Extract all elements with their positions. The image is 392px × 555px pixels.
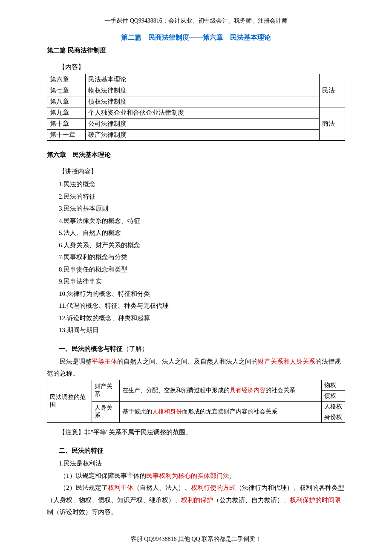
type-cell: 人格权 [322,401,345,412]
chapter6-heading: 第六章 民法基本理论 [47,151,345,159]
text: （1）以规定和保障民事主体的 [60,472,146,479]
body-section-2: 1.民法是权利法 （1）以规定和保障民事主体的民事权利为核心的实体部门法。 （2… [47,457,345,518]
lecture-label: 【讲授内容】 [47,168,345,176]
chapter-cell: 第七章 [47,85,86,96]
relation-cell: 人身关系 [92,401,120,422]
paragraph-1: 民法是调整平等主体的自然人之间、法人之间、及自然人和法人之间的财产关系和人身关系… [47,356,345,380]
table-row: 第六章 民法基本理论 民法 [47,74,345,85]
text: （公力救济、自力救济）、 [213,497,290,503]
red-text: 财产关系和人身关系 [258,358,315,365]
paragraph-3: （2）民法规定了权利主体（自然人、法人）、权利行使的方式（法律行为和代理）、权利… [47,482,345,518]
text: 的自然人之间、法人之间、及自然人和法人之间的 [117,358,258,365]
list-item: 10.法律行为的概念、特征和分类 [59,288,345,300]
list-item: 4.民事法律关系的概念、特征 [59,215,345,227]
chapter-cell: 第六章 [47,74,86,85]
table-row: 第七章 物权法律制度 [47,85,345,96]
scope-table: 民法调整的范围 财产关系 在生产、分配、交换和消费过程中形成的具有经济内容的社会… [47,380,345,423]
list-item: 12.诉讼时效的概念、种类和起算 [59,312,345,324]
chapter-cell: 第九章 [47,107,86,119]
red-text: 人格和身份 [152,408,182,415]
text: （自然人、法人）、 [133,484,191,491]
lecture-list: 1.民法的概念 2.民法的特征 3.民法的基本原则 4.民事法律关系的概念、特征… [47,178,345,336]
table-row: 人身关系 基于彼此的人格和身份而形成的无直接财产内容的社会关系 人格权 [47,401,345,412]
page-footer: 客服 QQ99438816 其他 QQ 联系的都是二手倒卖！ [0,535,392,543]
table-row: 第十章 公司法律制度 [47,119,345,130]
red-text: 民事权利为核心的实体部门法 [146,472,229,479]
list-item: 3.民法的基本原则 [59,202,345,215]
chapter-cell: 第十章 [47,119,86,130]
paragraph-2: （1）以规定和保障民事主体的民事权利为核心的实体部门法。 [47,470,345,482]
type-cell: 债权 [322,390,345,401]
type-cell: 身份权 [322,412,345,422]
table-row: 第九章 个人独资企业和合伙企业法律制度 商法 [47,107,345,119]
document-title: 第二篇 民商法律制度——第六章 民法基本理论 [47,33,345,42]
chapter-title-cell: 破产法律制度 [86,130,320,141]
group-cell: 民法 [320,74,345,107]
chapter-title-cell: 债权法律制度 [86,96,320,107]
red-text: 权利保护的时间限 [290,497,341,503]
section-2-heading: 二、民法的特征 [47,447,345,455]
text: 在生产、分配、交换和消费过程中形成的 [122,387,230,393]
list-item: 5.法人、自然人的概念 [59,227,345,239]
list-item: 13.期间与期日 [59,324,345,336]
note-1: 【注意】非"平等"关系不属于民法调整的范围。 [47,426,345,439]
text: （2）民法规定了 [60,484,108,491]
list-item: 2.民法的特征 [59,191,345,203]
chapter-title-cell: 物权法律制度 [86,85,320,96]
red-text: 平等主体 [92,358,117,365]
text: 制（诉讼时效）等内容。 [47,509,117,515]
table-row: 第八章 债权法律制度 [47,96,345,107]
red-text: 权利的保护 [181,497,213,503]
group-cell: 商法 [320,107,345,141]
chapter-title-cell: 公司法律制度 [86,119,320,130]
red-text: 权利行使的方式 [191,484,236,491]
chapters-table: 第六章 民法基本理论 民法 第七章 物权法律制度 第八章 债权法律制度 第九章 … [47,74,345,141]
list-item: 1.民法的概念 [59,178,345,191]
content-label: 【内容】 [47,63,345,71]
text: 的社会关系 [265,387,295,393]
scope-cell: 民法调整的范围 [47,380,92,422]
relation-cell: 财产关系 [92,380,120,401]
subitem-1: 1.民法是权利法 [47,457,345,470]
desc-cell: 在生产、分配、交换和消费过程中形成的具有经济内容的社会关系 [120,380,322,401]
document-content: 第二篇 民商法律制度——第六章 民法基本理论 第二篇 民商法律制度 【内容】 第… [0,33,392,518]
table-row: 民法调整的范围 财产关系 在生产、分配、交换和消费过程中形成的具有经济内容的社会… [47,380,345,390]
table-row: 第十一章 破产法律制度 [47,130,345,141]
desc-cell: 基于彼此的人格和身份而形成的无直接财产内容的社会关系 [120,401,322,422]
chapter-cell: 第八章 [47,96,86,107]
list-item: 9.民事法律事实 [59,275,345,288]
list-item: 7.民事权利的概念与分类 [59,251,345,263]
heading-bold: 一、民法的概念与特征 [59,345,123,352]
list-item: 11.代理的概念、特征、种类与无权代理 [59,300,345,312]
text: 而形成的无直接财产内容的社会关系 [182,408,277,415]
part2-title: 第二篇 民商法律制度 [47,46,345,55]
type-cell: 物权 [322,380,345,390]
page-header: 一手课件 QQ99438816：会计从业、初中级会计、税务师、注册会计师 [0,17,392,25]
chapter-title-cell: 个人独资企业和合伙企业法律制度 [86,107,320,119]
section-1-heading: 一、民法的概念与特征（了解） [47,345,345,353]
red-text: 具有经济内容 [230,387,265,393]
text: 基于彼此的 [122,408,152,415]
red-text: 权利主体 [108,484,133,491]
text: 民法是调整 [60,358,92,365]
chapter-title-cell: 民法基本理论 [86,74,320,85]
chapter-cell: 第十一章 [47,130,86,141]
list-item: 6.人身关系、财产关系的概念 [59,239,345,251]
heading-normal: （了解） [123,345,148,352]
list-item: 8.民事责任的概念和类型 [59,263,345,276]
text: 。 [229,472,236,479]
